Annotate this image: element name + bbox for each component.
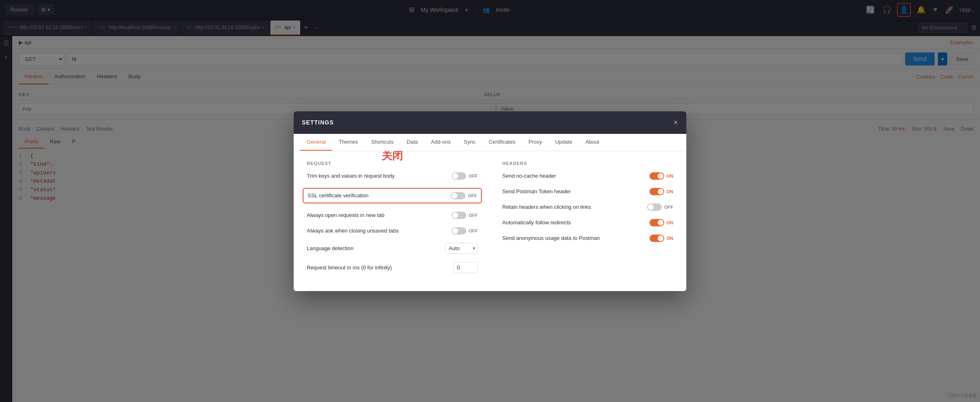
headers-section-title: HEADERS — [502, 161, 673, 166]
new-tab-thumb — [452, 212, 458, 218]
postman-token-toggle-label: ON — [667, 189, 674, 194]
language-label: Language detection — [307, 245, 445, 251]
new-tab-toggle-label: OFF — [469, 213, 478, 218]
usage-data-thumb — [658, 235, 663, 241]
trim-keys-row: Trim keys and values in request body OFF — [307, 172, 478, 180]
no-cache-row: Send no-cache header ON — [502, 172, 673, 180]
chinese-annotation: 关闭 — [382, 151, 403, 163]
modal-tab-addons[interactable]: Add-ons — [425, 134, 457, 151]
trim-keys-track[interactable] — [452, 172, 466, 180]
trim-keys-thumb — [452, 173, 458, 179]
closing-tabs-toggle-label: OFF — [469, 228, 478, 233]
closing-tabs-row: Always ask when closing unsaved tabs OFF — [307, 227, 478, 235]
retain-headers-track[interactable] — [647, 203, 662, 211]
modal-tab-about[interactable]: About — [579, 134, 606, 151]
retain-headers-toggle[interactable]: OFF — [647, 203, 673, 211]
ssl-cert-row: SSL certificate verification OFF — [303, 188, 482, 203]
request-header-wrapper: REQUEST 关闭 — [307, 161, 478, 166]
redirects-label: Automatically follow redirects — [502, 219, 650, 226]
ssl-cert-toggle-label: OFF — [468, 193, 477, 198]
language-select[interactable]: Auto JSON XML — [445, 243, 478, 254]
modal-tabs: General Themes Shortcuts Data Add-ons Sy… — [294, 134, 686, 151]
headers-settings-column: HEADERS Send no-cache header ON Send Pos… — [502, 161, 673, 281]
modal-tab-data[interactable]: Data — [400, 134, 424, 151]
timeout-label: Request timeout in ms (0 for infinity) — [307, 264, 453, 271]
retain-headers-toggle-label: OFF — [664, 205, 673, 210]
trim-keys-label: Trim keys and values in request body — [307, 173, 452, 179]
postman-token-row: Send Postman Token header ON — [502, 188, 673, 195]
ssl-cert-thumb — [452, 193, 457, 199]
modal-tab-update[interactable]: Update — [548, 134, 579, 151]
modal-close-button[interactable]: × — [673, 118, 678, 127]
new-tab-track[interactable] — [452, 212, 466, 219]
modal-tab-sync[interactable]: Sync — [457, 134, 482, 151]
timeout-row: Request timeout in ms (0 for infinity) — [307, 262, 478, 273]
closing-tabs-toggle[interactable]: OFF — [452, 227, 478, 235]
usage-data-toggle-label: ON — [667, 236, 674, 241]
redirects-track[interactable] — [650, 219, 664, 226]
no-cache-label: Send no-cache header — [502, 173, 650, 179]
redirects-toggle-label: ON — [667, 220, 674, 225]
closing-tabs-track[interactable] — [452, 227, 466, 235]
modal-tab-shortcuts[interactable]: Shortcuts — [364, 134, 400, 151]
redirects-row: Automatically follow redirects ON — [502, 219, 673, 226]
usage-data-label: Send anonymous usage data to Postman — [502, 235, 650, 241]
ssl-cert-toggle[interactable]: OFF — [451, 192, 477, 199]
modal-title: SETTINGS — [302, 119, 334, 126]
new-tab-toggle[interactable]: OFF — [452, 212, 478, 219]
timeout-input[interactable] — [453, 262, 478, 273]
language-row: Language detection Auto JSON XML — [307, 243, 478, 254]
new-tab-row: Always open requests in new tab OFF — [307, 212, 478, 219]
language-select-wrapper: Auto JSON XML — [445, 243, 478, 254]
retain-headers-label: Retain headers when clicking on links — [502, 204, 647, 210]
no-cache-toggle-label: ON — [667, 174, 674, 178]
no-cache-thumb — [658, 173, 663, 179]
closing-tabs-thumb — [452, 228, 458, 234]
redirects-toggle[interactable]: ON — [650, 219, 674, 226]
retain-headers-row: Retain headers when clicking on links OF… — [502, 203, 673, 211]
no-cache-track[interactable] — [650, 172, 664, 180]
postman-token-label: Send Postman Token header — [502, 188, 650, 194]
usage-data-track[interactable] — [650, 235, 664, 242]
postman-token-toggle[interactable]: ON — [650, 188, 674, 195]
redirects-thumb — [658, 220, 663, 226]
ssl-cert-track[interactable] — [451, 192, 465, 199]
settings-modal: SETTINGS × General Themes Shortcuts Data… — [294, 111, 686, 291]
closing-tabs-label: Always ask when closing unsaved tabs — [307, 228, 452, 234]
trim-keys-toggle[interactable]: OFF — [452, 172, 478, 180]
usage-data-toggle[interactable]: ON — [650, 235, 674, 242]
ssl-cert-label: SSL certificate verification — [308, 192, 451, 199]
trim-keys-toggle-label: OFF — [469, 174, 478, 178]
modal-header: SETTINGS × — [294, 111, 686, 134]
modal-tab-certificates[interactable]: Certificates — [482, 134, 522, 151]
usage-data-row: Send anonymous usage data to Postman ON — [502, 235, 673, 242]
retain-headers-thumb — [648, 204, 654, 210]
request-settings-column: REQUEST 关闭 Trim keys and values in reque… — [307, 161, 478, 281]
no-cache-toggle[interactable]: ON — [650, 172, 674, 180]
modal-tab-general[interactable]: General — [300, 134, 332, 151]
modal-body: REQUEST 关闭 Trim keys and values in reque… — [294, 151, 686, 291]
new-tab-label: Always open requests in new tab — [307, 212, 452, 218]
modal-overlay[interactable]: SETTINGS × General Themes Shortcuts Data… — [0, 0, 980, 402]
postman-token-thumb — [658, 189, 663, 194]
modal-tab-themes[interactable]: Themes — [332, 134, 364, 151]
modal-tab-proxy[interactable]: Proxy — [522, 134, 548, 151]
postman-token-track[interactable] — [650, 188, 664, 195]
